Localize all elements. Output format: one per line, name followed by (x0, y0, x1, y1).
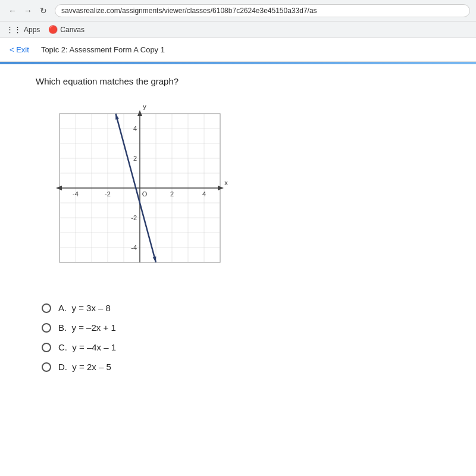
question-text: Which equation matches the graph? (36, 76, 452, 86)
canvas-label: Canvas (60, 26, 84, 34)
address-bar[interactable]: savvasrealize.com/assignments/viewer/cla… (55, 4, 470, 17)
answer-choice-a[interactable]: A. y = 3x – 8 (42, 303, 452, 313)
topic-title: Topic 2: Assessment Form A Copy 1 (41, 45, 165, 54)
main-content: Which equation matches the graph? A. y =… (0, 64, 476, 476)
exit-button[interactable]: < Exit (10, 45, 29, 54)
refresh-button[interactable]: ↻ (37, 4, 50, 17)
radio-c[interactable] (42, 343, 51, 352)
radio-d[interactable] (42, 362, 51, 372)
choice-label-b: B. y = –2x + 1 (58, 322, 116, 333)
choice-label-c: C. y = –4x – 1 (58, 342, 116, 352)
coordinate-graph (36, 96, 238, 286)
apps-icon: ⋮⋮ (6, 25, 21, 34)
apps-label: Apps (24, 26, 40, 34)
answer-choices: A. y = 3x – 8 B. y = –2x + 1 C. y = –4x … (42, 303, 452, 372)
exit-label: < Exit (10, 45, 29, 54)
choice-label-a: A. y = 3x – 8 (58, 303, 111, 313)
radio-a[interactable] (42, 303, 51, 313)
answer-choice-d[interactable]: D. y = 2x – 5 (42, 362, 452, 372)
radio-b[interactable] (42, 323, 51, 333)
choice-label-d: D. y = 2x – 5 (58, 362, 111, 372)
url-text: savvasrealize.com/assignments/viewer/cla… (61, 7, 317, 15)
answer-choice-c[interactable]: C. y = –4x – 1 (42, 342, 452, 352)
back-button[interactable]: ← (6, 4, 19, 17)
browser-chrome: ← → ↻ savvasrealize.com/assignments/view… (0, 0, 476, 21)
answer-choice-b[interactable]: B. y = –2x + 1 (42, 322, 452, 333)
bookmarks-bar: ⋮⋮ Apps 🔴 Canvas (0, 21, 476, 38)
forward-button[interactable]: → (21, 4, 35, 17)
canvas-icon: 🔴 (48, 25, 58, 34)
bookmark-apps[interactable]: ⋮⋮ Apps (6, 25, 40, 34)
browser-nav: ← → ↻ (6, 4, 50, 17)
graph-wrapper (36, 96, 238, 286)
app-header: < Exit Topic 2: Assessment Form A Copy 1 (0, 38, 476, 62)
bookmark-canvas[interactable]: 🔴 Canvas (48, 25, 84, 34)
